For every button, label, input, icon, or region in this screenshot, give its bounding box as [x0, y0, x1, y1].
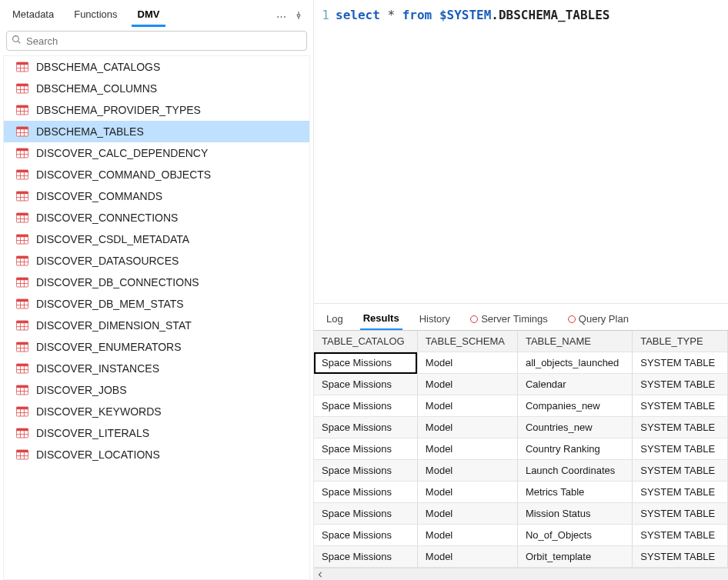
- cell[interactable]: Model: [417, 438, 517, 460]
- tree-item-discover_connections[interactable]: DISCOVER_CONNECTIONS: [4, 207, 309, 228]
- tree-item-discover_enumerators[interactable]: DISCOVER_ENUMERATORS: [4, 336, 309, 358]
- tree-item-discover_command_objects[interactable]: DISCOVER_COMMAND_OBJECTS: [4, 164, 309, 185]
- search-box[interactable]: [6, 31, 307, 51]
- horizontal-scrollbar[interactable]: [314, 568, 728, 580]
- table-row[interactable]: Space MissionsModelMission StatusSYSTEM …: [314, 503, 728, 525]
- cell[interactable]: SYSTEM TABLE: [633, 374, 728, 395]
- tree-item-discover_keywords[interactable]: DISCOVER_KEYWORDS: [4, 401, 309, 422]
- tree-item-discover_literals[interactable]: DISCOVER_LITERALS: [4, 422, 309, 444]
- cell[interactable]: Orbit_template: [517, 546, 632, 568]
- tree-item-dbschema_tables[interactable]: DBSCHEMA_TABLES: [4, 121, 309, 142]
- dmv-tree[interactable]: DBSCHEMA_CATALOGSDBSCHEMA_COLUMNSDBSCHEM…: [3, 55, 310, 580]
- cell[interactable]: SYSTEM TABLE: [633, 482, 728, 503]
- cell[interactable]: Model: [417, 417, 517, 438]
- cell[interactable]: all_objects_launched: [517, 352, 632, 374]
- tree-item-label: DISCOVER_LITERALS: [36, 427, 149, 439]
- result-tab-server-timings[interactable]: Server Timings: [467, 311, 551, 329]
- more-icon[interactable]: ⋯: [272, 8, 290, 25]
- cell[interactable]: Country Ranking: [517, 438, 632, 460]
- cell[interactable]: Space Missions: [314, 460, 417, 482]
- table-row[interactable]: Space MissionsModelCalendarSYSTEM TABLE: [314, 374, 728, 395]
- result-tab-results[interactable]: Results: [360, 310, 402, 331]
- cell[interactable]: Space Missions: [314, 352, 417, 374]
- tree-item-dbschema_provider_types[interactable]: DBSCHEMA_PROVIDER_TYPES: [4, 99, 309, 121]
- cell[interactable]: Space Missions: [314, 438, 417, 460]
- column-header-table_name[interactable]: TABLE_NAME: [517, 331, 632, 352]
- cell[interactable]: Space Missions: [314, 546, 417, 568]
- cell[interactable]: Mission Status: [517, 503, 632, 525]
- cell[interactable]: SYSTEM TABLE: [633, 546, 728, 568]
- query-editor[interactable]: 1 select * from $SYSTEM.DBSCHEMA_TABLES: [314, 0, 728, 304]
- results-grid[interactable]: TABLE_CATALOGTABLE_SCHEMATABLE_NAMETABLE…: [314, 331, 728, 568]
- table-icon: [16, 298, 28, 309]
- table-row[interactable]: Space MissionsModelCompanies_newSYSTEM T…: [314, 395, 728, 417]
- sidebar-tab-metadata[interactable]: Metadata: [6, 5, 60, 27]
- cell[interactable]: Space Missions: [314, 395, 417, 417]
- cell[interactable]: No_of_Objects: [517, 525, 632, 546]
- cell[interactable]: SYSTEM TABLE: [633, 352, 728, 374]
- cell[interactable]: Metrics Table: [517, 482, 632, 503]
- cell[interactable]: Companies_new: [517, 395, 632, 417]
- cell[interactable]: SYSTEM TABLE: [633, 525, 728, 546]
- tree-item-discover_locations[interactable]: DISCOVER_LOCATIONS: [4, 444, 309, 465]
- cell[interactable]: SYSTEM TABLE: [633, 438, 728, 460]
- tree-item-discover_commands[interactable]: DISCOVER_COMMANDS: [4, 185, 309, 207]
- tree-item-discover_jobs[interactable]: DISCOVER_JOBS: [4, 379, 309, 401]
- table-row[interactable]: Space MissionsModelLaunch CoordinatesSYS…: [314, 460, 728, 482]
- table-row[interactable]: Space MissionsModelCountry RankingSYSTEM…: [314, 438, 728, 460]
- cell[interactable]: SYSTEM TABLE: [633, 503, 728, 525]
- result-tab-history[interactable]: History: [416, 311, 453, 329]
- tree-item-discover_instances[interactable]: DISCOVER_INSTANCES: [4, 358, 309, 379]
- sidebar-tab-dmv[interactable]: DMV: [132, 5, 166, 27]
- tree-item-discover_dimension_stat[interactable]: DISCOVER_DIMENSION_STAT: [4, 315, 309, 336]
- cell[interactable]: Countries_new: [517, 417, 632, 438]
- tree-item-label: DISCOVER_DB_MEM_STATS: [36, 298, 184, 310]
- table-row[interactable]: Space MissionsModelOrbit_templateSYSTEM …: [314, 546, 728, 568]
- tree-item-discover_db_mem_stats[interactable]: DISCOVER_DB_MEM_STATS: [4, 293, 309, 315]
- cell[interactable]: Space Missions: [314, 525, 417, 546]
- cell[interactable]: Model: [417, 395, 517, 417]
- cell[interactable]: SYSTEM TABLE: [633, 395, 728, 417]
- cell[interactable]: Space Missions: [314, 482, 417, 503]
- tree-item-label: DBSCHEMA_TABLES: [36, 125, 144, 138]
- column-header-table_schema[interactable]: TABLE_SCHEMA: [417, 331, 517, 352]
- tree-item-discover_datasources[interactable]: DISCOVER_DATASOURCES: [4, 250, 309, 272]
- cell[interactable]: Space Missions: [314, 374, 417, 395]
- table-row[interactable]: Space MissionsModelCountries_newSYSTEM T…: [314, 417, 728, 438]
- sidebar-tab-functions[interactable]: Functions: [68, 5, 123, 27]
- cell[interactable]: Calendar: [517, 374, 632, 395]
- table-row[interactable]: Space MissionsModelall_objects_launchedS…: [314, 352, 728, 374]
- table-icon: [16, 406, 28, 417]
- cell[interactable]: Model: [417, 482, 517, 503]
- column-header-table_type[interactable]: TABLE_TYPE: [633, 331, 728, 352]
- tree-item-dbschema_columns[interactable]: DBSCHEMA_COLUMNS: [4, 78, 309, 99]
- table-row[interactable]: Space MissionsModelNo_of_ObjectsSYSTEM T…: [314, 525, 728, 546]
- cell[interactable]: Model: [417, 525, 517, 546]
- cell[interactable]: Space Missions: [314, 503, 417, 525]
- tree-item-label: DISCOVER_CONNECTIONS: [36, 212, 178, 224]
- column-header-table_catalog[interactable]: TABLE_CATALOG: [314, 331, 417, 352]
- tree-item-discover_calc_dependency[interactable]: DISCOVER_CALC_DEPENDENCY: [4, 142, 309, 164]
- table-row[interactable]: Space MissionsModelMetrics TableSYSTEM T…: [314, 482, 728, 503]
- cell[interactable]: Model: [417, 352, 517, 374]
- svg-rect-78: [16, 385, 28, 388]
- cell[interactable]: Model: [417, 460, 517, 482]
- tree-item-discover_db_connections[interactable]: DISCOVER_DB_CONNECTIONS: [4, 272, 309, 293]
- tree-item-discover_csdl_metadata[interactable]: DISCOVER_CSDL_METADATA: [4, 228, 309, 250]
- table-icon: [16, 255, 28, 266]
- search-input[interactable]: [26, 35, 302, 47]
- result-tab-log[interactable]: Log: [323, 311, 346, 329]
- cell[interactable]: Space Missions: [314, 417, 417, 438]
- table-icon: [16, 449, 28, 460]
- cell[interactable]: SYSTEM TABLE: [633, 417, 728, 438]
- cell[interactable]: Model: [417, 503, 517, 525]
- scroll-left-icon[interactable]: [314, 568, 326, 580]
- pin-icon[interactable]: [290, 8, 307, 25]
- tree-item-dbschema_catalogs[interactable]: DBSCHEMA_CATALOGS: [4, 56, 309, 78]
- cell[interactable]: Model: [417, 374, 517, 395]
- cell[interactable]: Model: [417, 546, 517, 568]
- result-tab-query-plan[interactable]: Query Plan: [565, 311, 632, 329]
- cell[interactable]: SYSTEM TABLE: [633, 460, 728, 482]
- cell[interactable]: Launch Coordinates: [517, 460, 632, 482]
- table-icon: [16, 83, 28, 94]
